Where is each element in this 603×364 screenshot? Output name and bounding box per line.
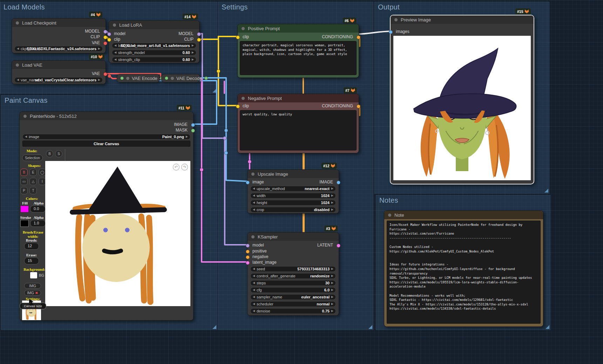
cfg-widget[interactable]: ◀ cfg 6.0 ▶ (250, 287, 336, 293)
output-port-clip[interactable] (197, 38, 201, 42)
stroke-color-swatch[interactable] (20, 220, 29, 227)
mode-shape-button[interactable]: S (55, 150, 62, 157)
widget-left-arrow-icon[interactable]: ◀ (253, 201, 255, 204)
seed-widget[interactable]: ◀ seed 579331734683313 ▶ (250, 266, 336, 272)
vae-name-combo[interactable]: ◀ vae_name sdxl_vaeCrystalClear.safetens… (14, 77, 103, 83)
combo-right-arrow-icon[interactable]: ▶ (192, 44, 194, 47)
positive-prompt-textarea[interactable]: character portrait, magical sorceress wo… (240, 41, 357, 75)
lora-name-combo[interactable]: ◀ lora_name SDXL\xl_more_art-full_v1.saf… (112, 43, 196, 48)
widget-right-arrow-icon[interactable]: ▶ (331, 201, 333, 204)
node-preview-image[interactable]: Preview Image images (390, 15, 534, 184)
shape-rect-button[interactable]: ▭ (20, 178, 28, 185)
control-after-generate-widget[interactable]: ◀ control_after_generate randomize ▶ (250, 273, 336, 279)
output-port-conditioning[interactable] (357, 35, 360, 39)
node-header[interactable]: Load VAE (12, 61, 106, 69)
collapse-dot-icon[interactable] (388, 214, 391, 217)
node-badge[interactable]: #3 (324, 225, 338, 231)
ckpt-name-combo[interactable]: ◀ ckpt_name SDXL\SDXLFaetastic_v24.safet… (14, 46, 103, 52)
shape-line-button[interactable]: I (39, 178, 46, 185)
combo-right-arrow-icon[interactable]: ▶ (98, 78, 100, 81)
combo-left-arrow-icon[interactable]: ◀ (25, 135, 27, 138)
node-upscale-image[interactable]: Upscale Image image IMAGE ◀ upscale_meth… (247, 169, 339, 214)
widget-right-arrow-icon[interactable]: ▶ (331, 302, 333, 305)
widget-right-arrow-icon[interactable]: ▶ (331, 274, 333, 277)
clear-canvas-button[interactable]: Clear Canvas (22, 141, 190, 147)
widget-left-arrow-icon[interactable]: ◀ (253, 274, 255, 277)
crop-widget[interactable]: ◀ crop disabled ▶ (250, 207, 336, 213)
widget-right-arrow-icon[interactable]: ▶ (331, 194, 333, 197)
widget-right-arrow-icon[interactable]: ▶ (331, 281, 333, 284)
widget-left-arrow-icon[interactable]: ◀ (253, 302, 255, 305)
shape-brush-button[interactable]: B (20, 169, 28, 176)
output-port-model[interactable] (197, 32, 201, 36)
node-badge[interactable]: #11 (177, 105, 192, 111)
upscale-method-widget[interactable]: ◀ upscale_method nearest-exact ▶ (250, 186, 336, 191)
shape-pencil-button[interactable]: P (20, 187, 28, 194)
node-header[interactable]: Note (384, 211, 543, 219)
collapse-dot-icon[interactable] (126, 77, 129, 80)
node-badge[interactable]: #10 (89, 54, 104, 60)
collapse-dot-icon[interactable] (16, 63, 19, 67)
collapse-dot-icon[interactable] (113, 23, 116, 27)
stroke-alpha-input[interactable]: 1.0 (30, 220, 46, 227)
img-button[interactable]: IMG (24, 283, 41, 289)
node-header[interactable]: Preview Image (391, 15, 534, 24)
input-port-image[interactable] (246, 181, 250, 184)
widget-left-arrow-icon[interactable]: ◀ (253, 267, 255, 270)
input-port-positive[interactable] (246, 250, 250, 254)
node-negative-prompt[interactable]: Negative Prompt clip CONDITIONING worst … (237, 94, 359, 153)
output-port-vae[interactable] (103, 72, 107, 76)
node-note[interactable]: Note Icon/Asset Maker Workflow utilizing… (384, 210, 543, 327)
node-badge[interactable]: #7 (344, 87, 357, 93)
widget-left-arrow-icon[interactable]: ◀ (114, 51, 116, 54)
output-port-clip[interactable] (103, 35, 107, 39)
output-port-vae[interactable] (103, 41, 107, 45)
collapsed-input-dot[interactable] (120, 76, 124, 80)
input-port-clip[interactable] (236, 35, 240, 39)
selection-button[interactable]: Selection (22, 155, 43, 161)
widget-right-arrow-icon[interactable]: ▶ (331, 187, 333, 190)
output-port-image[interactable] (337, 181, 340, 184)
node-header[interactable]: KSampler (248, 232, 339, 241)
output-port-mask[interactable] (191, 129, 195, 133)
scheduler-widget[interactable]: ◀ scheduler normal ▶ (250, 301, 336, 307)
node-positive-prompt[interactable]: Positive Prompt clip CONDITIONING charac… (237, 24, 359, 78)
combo-left-arrow-icon[interactable]: ◀ (114, 44, 116, 47)
fill-color-swatch[interactable] (20, 205, 29, 213)
widget-left-arrow-icon[interactable]: ◀ (253, 288, 255, 291)
widget-left-arrow-icon[interactable]: ◀ (253, 281, 255, 284)
collapse-dot-icon[interactable] (171, 77, 174, 80)
node-header[interactable]: Load LoRA (109, 21, 199, 29)
img-remove-button[interactable]: IMG ✖ (24, 290, 41, 296)
strength-model-widget[interactable]: ◀ strength_model 0.60 ▶ (112, 50, 196, 55)
redo-icon[interactable]: ↷ (181, 164, 188, 170)
widget-right-arrow-icon[interactable]: ▶ (331, 288, 333, 291)
widget-right-arrow-icon[interactable]: ▶ (331, 208, 333, 211)
brush-width-input[interactable]: 12 (24, 243, 39, 250)
node-vae-encode[interactable]: VAE Encode (117, 74, 160, 82)
sampler-name-widget[interactable]: ◀ sampler_name euler_ancestral ▶ (250, 294, 336, 300)
shape-triangle-button[interactable]: △ (29, 178, 37, 185)
node-badge[interactable]: #15 (515, 8, 531, 14)
collapse-dot-icon[interactable] (394, 18, 398, 21)
collapse-dot-icon[interactable] (23, 115, 27, 118)
input-port-model[interactable] (107, 32, 111, 36)
denoise-widget[interactable]: ◀ denoise 0.75 ▶ (250, 308, 336, 314)
height-widget[interactable]: ◀ height 1024 ▶ (250, 200, 336, 205)
undo-icon[interactable]: ↶ (173, 164, 179, 170)
collapse-dot-icon[interactable] (16, 21, 19, 25)
output-port-image[interactable] (191, 123, 195, 127)
output-port-latent[interactable] (337, 244, 340, 248)
input-port-images[interactable] (389, 30, 393, 34)
input-port-clip[interactable] (107, 38, 111, 42)
node-header[interactable]: PainterNode - 512x512 (20, 112, 193, 120)
widget-left-arrow-icon[interactable]: ◀ (253, 309, 255, 312)
shape-circle-button[interactable]: ◯ (39, 169, 46, 176)
combo-left-arrow-icon[interactable]: ◀ (17, 78, 19, 81)
combo-right-arrow-icon[interactable]: ▶ (186, 135, 188, 138)
combo-left-arrow-icon[interactable]: ◀ (17, 47, 19, 50)
shape-text-button[interactable]: T (29, 187, 37, 194)
node-load-checkpoint[interactable]: Load Checkpoint MODEL CLIP VAE ◀ ckpt_na… (12, 18, 106, 53)
node-ksampler[interactable]: KSampler model LATENT positive negative … (247, 232, 339, 316)
node-header[interactable]: Upscale Image (248, 170, 339, 178)
